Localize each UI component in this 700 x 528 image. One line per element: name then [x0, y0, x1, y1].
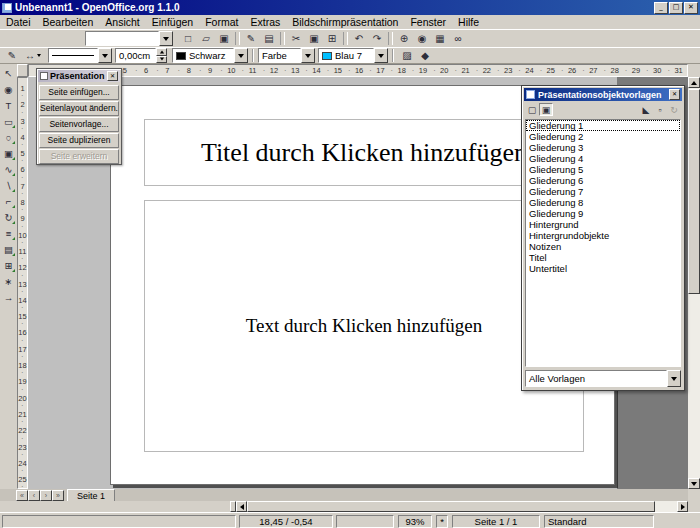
- fill-color-combo[interactable]: Blau 7: [318, 48, 388, 63]
- connector-tool-icon[interactable]: ⌐: [1, 194, 16, 209]
- line-tool-icon[interactable]: ∖: [1, 178, 16, 193]
- style-item[interactable]: Gliederung 7: [526, 186, 680, 197]
- styles-close-icon[interactable]: ✕: [669, 89, 680, 100]
- zoom-icon[interactable]: ◉: [413, 31, 431, 46]
- cut-icon[interactable]: ✂: [287, 31, 305, 46]
- redo-icon[interactable]: ↷: [368, 31, 386, 46]
- hyperlink-icon[interactable]: ∞: [449, 31, 467, 46]
- print-icon[interactable]: ▤: [260, 31, 278, 46]
- menu-item[interactable]: Datei: [0, 15, 37, 29]
- new-document-icon[interactable]: □: [179, 31, 197, 46]
- palette-button[interactable]: Seite einfügen...: [39, 85, 119, 100]
- menu-item[interactable]: Bildschirmpräsentation: [286, 15, 404, 29]
- undo-icon[interactable]: ↶: [350, 31, 368, 46]
- navigator-icon[interactable]: ⊕: [395, 31, 413, 46]
- effects-tool-icon[interactable]: ∗: [1, 274, 16, 289]
- spin-up-icon[interactable]: [156, 48, 167, 56]
- open-icon[interactable]: ▱: [197, 31, 215, 46]
- style-item[interactable]: Gliederung 1: [526, 120, 680, 131]
- menu-item[interactable]: Format: [199, 15, 244, 29]
- maximize-button[interactable]: □: [669, 2, 683, 14]
- horizontal-scrollbar-thumb[interactable]: [247, 501, 655, 512]
- scroll-right-icon[interactable]: [677, 501, 688, 512]
- line-style-combo[interactable]: [48, 48, 112, 63]
- minimize-button[interactable]: _: [654, 2, 668, 14]
- menu-item[interactable]: Extras: [244, 15, 286, 29]
- gallery-icon[interactable]: ▦: [431, 31, 449, 46]
- dropdown-arrow-icon[interactable]: [98, 48, 112, 63]
- scroll-left-icon[interactable]: [236, 501, 247, 512]
- toolbar-separator[interactable]: [343, 32, 348, 45]
- dropdown-arrow-icon[interactable]: [374, 48, 388, 63]
- copy-icon[interactable]: ▣: [305, 31, 323, 46]
- toolbar-separator[interactable]: [388, 32, 393, 45]
- status-position[interactable]: 18,45 / -0,54: [239, 515, 333, 528]
- fill-mode-icon[interactable]: ◣: [639, 103, 653, 116]
- select-tool-icon[interactable]: ↖: [1, 66, 16, 81]
- style-item[interactable]: Untertitel: [526, 263, 680, 274]
- toolbar-separator[interactable]: [235, 32, 240, 45]
- status-page[interactable]: Seite 1 / 1: [452, 515, 540, 528]
- palette-button[interactable]: Seite duplizieren: [39, 133, 119, 148]
- menu-item[interactable]: Fenster: [404, 15, 452, 29]
- style-item[interactable]: Gliederung 6: [526, 175, 680, 186]
- style-item[interactable]: Gliederung 4: [526, 153, 680, 164]
- last-page-button[interactable]: »: [52, 490, 64, 501]
- line-color-combo[interactable]: Schwarz: [172, 48, 248, 63]
- menu-item[interactable]: Hilfe: [452, 15, 485, 29]
- text-placeholder[interactable]: Text durch Klicken hinzufügen: [144, 200, 584, 452]
- rotate-tool-icon[interactable]: ↻: [1, 210, 16, 225]
- style-item[interactable]: Gliederung 8: [526, 197, 680, 208]
- save-icon[interactable]: ▣: [215, 31, 233, 46]
- toolbar-separator[interactable]: [280, 32, 285, 45]
- style-item[interactable]: Hintergrundobjekte: [526, 230, 680, 241]
- update-style-icon[interactable]: ↻: [667, 103, 681, 116]
- paste-icon[interactable]: ⊞: [323, 31, 341, 46]
- presentation-styles-icon[interactable]: ▣: [539, 103, 553, 116]
- palette-button[interactable]: Seitenvorlage...: [39, 117, 119, 132]
- arrange-tool-icon[interactable]: ▤: [1, 242, 16, 257]
- curve-tool-icon[interactable]: ∿: [1, 162, 16, 177]
- rectangle-tool-icon[interactable]: ▭: [1, 114, 16, 129]
- edit-file-icon[interactable]: ✎: [242, 31, 260, 46]
- object3d-tool-icon[interactable]: ▣: [1, 146, 16, 161]
- page-tab[interactable]: Seite 1: [67, 489, 115, 501]
- palette-title-bar[interactable]: Präsentation ✕: [38, 70, 120, 82]
- align-tool-icon[interactable]: ≡: [1, 226, 16, 241]
- dropdown-arrow-icon[interactable]: [667, 370, 681, 387]
- zoom-tool-icon[interactable]: ◉: [1, 82, 16, 97]
- line-width-spinner[interactable]: 0,00cm: [115, 48, 167, 63]
- dropdown-arrow-icon[interactable]: [301, 48, 315, 63]
- style-item[interactable]: Gliederung 2: [526, 131, 680, 142]
- close-button[interactable]: ✕: [684, 2, 698, 14]
- dropdown-arrow-icon[interactable]: [159, 31, 173, 46]
- spin-down-icon[interactable]: [156, 56, 167, 64]
- style-item[interactable]: Gliederung 9: [526, 208, 680, 219]
- palette-button[interactable]: Seitenlayout ändern...: [39, 101, 119, 116]
- vertical-scrollbar-thumb[interactable]: [688, 89, 700, 294]
- status-zoom[interactable]: 93%: [398, 515, 432, 528]
- style-item[interactable]: Hintergrund: [526, 219, 680, 230]
- pen-icon[interactable]: ✎: [3, 48, 21, 63]
- arrowheads-icon[interactable]: ↔: [21, 48, 45, 63]
- style-item[interactable]: Titel: [526, 252, 680, 263]
- style-item[interactable]: Gliederung 5: [526, 164, 680, 175]
- style-item[interactable]: Notizen: [526, 241, 680, 252]
- ellipse-tool-icon[interactable]: ○: [1, 130, 16, 145]
- palette-button[interactable]: Seite erweitern: [39, 149, 119, 164]
- style-item[interactable]: Gliederung 3: [526, 142, 680, 153]
- vertical-ruler[interactable]: 1234567891011121314151617181920212223242…: [17, 77, 28, 489]
- status-page-style[interactable]: Standard: [544, 515, 654, 528]
- new-style-icon[interactable]: ▫: [653, 103, 667, 116]
- styles-filter-combo[interactable]: Alle Vorlagen: [525, 370, 681, 387]
- menu-item[interactable]: Ansicht: [99, 15, 145, 29]
- menu-item[interactable]: Einfügen: [146, 15, 199, 29]
- title-placeholder[interactable]: Titel durch Klicken hinzufügen: [144, 119, 584, 186]
- horizontal-scrollbar-track[interactable]: [247, 501, 677, 512]
- text-tool-icon[interactable]: T: [1, 98, 16, 113]
- scroll-down-icon[interactable]: [688, 478, 700, 489]
- threed-icon[interactable]: ◆: [416, 48, 434, 63]
- shadow-icon[interactable]: ▨: [398, 48, 416, 63]
- scroll-up-icon[interactable]: [688, 77, 700, 88]
- palette-close-icon[interactable]: ✕: [107, 71, 118, 81]
